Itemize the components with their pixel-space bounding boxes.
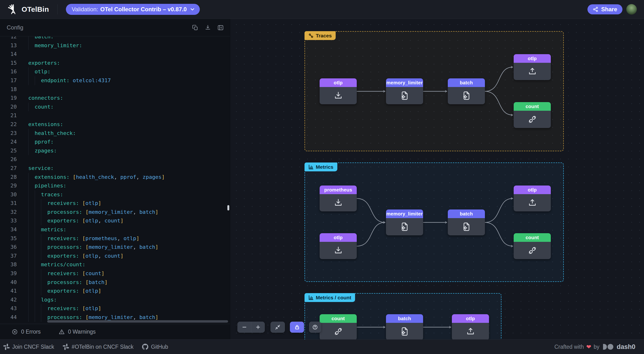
slack-icon [3, 344, 10, 350]
code-line: 25 zpages: [0, 146, 230, 155]
zoom-in-button[interactable] [251, 322, 265, 333]
node-processor-batch[interactable]: batch [448, 78, 485, 104]
github-link[interactable]: GitHub [142, 344, 168, 350]
code-line: 20 count: [0, 103, 230, 111]
app-name: OTelBin [22, 5, 49, 14]
upload-icon [514, 194, 551, 211]
collapse-panel-button[interactable] [217, 25, 224, 31]
node-connector-count[interactable]: count [514, 233, 551, 259]
zoom-out-button[interactable] [238, 322, 251, 333]
help-button[interactable] [309, 322, 321, 333]
topbar: OTelBin Validation: OTel Collector Contr… [0, 0, 644, 19]
code-line: 15exporters: [0, 59, 230, 68]
heart-icon: ❤ [586, 343, 591, 350]
editor-horizontal-scrollbar[interactable] [47, 320, 228, 322]
warnings-status: 0 Warnings [58, 328, 96, 335]
code-line: 16 otlp: [0, 67, 230, 76]
editor-vertical-scrollbar[interactable] [227, 205, 229, 210]
copy-config-button[interactable] [192, 25, 198, 31]
code-line: 39 receivers: [count] [0, 269, 230, 278]
code-line: 33 exporters: [otlp, count] [0, 216, 230, 225]
pipeline-group-metrics[interactable]: Metrics [304, 163, 564, 282]
download-icon [320, 87, 357, 104]
node-label: prometheus [320, 186, 357, 194]
node-label: batch [448, 209, 485, 218]
download-icon [320, 242, 357, 259]
node-label: memory_limiter [386, 78, 423, 87]
topbar-divider [58, 4, 58, 14]
lock-button[interactable] [290, 322, 304, 333]
code-line: 40 processors: [batch] [0, 278, 230, 287]
node-label: batch [386, 314, 423, 323]
download-config-button[interactable] [204, 25, 211, 31]
code-line: 43 receivers: [otlp] [0, 304, 230, 313]
node-label: otlp [514, 186, 551, 194]
code-line: 31 receivers: [otlp] [0, 199, 230, 208]
footer: Join CNCF Slack #OTelBin on CNCF Slack G… [0, 339, 644, 354]
node-label: count [320, 314, 357, 323]
plus-icon [255, 324, 261, 330]
group-badge-metrics-count: Metrics / count [304, 293, 355, 302]
code-line: 29 pipelines: [0, 181, 230, 190]
group-label: Traces [316, 33, 332, 39]
code-editor[interactable]: 12 batch:13 memory_limiter:1415exporters… [0, 37, 230, 324]
node-connector-count[interactable]: count [514, 102, 551, 128]
trace-link-icon [308, 33, 314, 38]
editor-header: Config [0, 19, 230, 37]
error-icon [12, 328, 18, 335]
minus-icon [242, 324, 247, 330]
plug-icon [514, 242, 551, 259]
file-gear-icon [448, 218, 485, 235]
fit-view-button[interactable] [270, 322, 285, 333]
avatar[interactable] [626, 4, 637, 15]
code-line: 17 endpoint: otelcol:4317 [0, 76, 230, 85]
share-label: Share [601, 6, 617, 13]
warning-icon [58, 328, 65, 335]
code-line: 21 [0, 111, 230, 120]
node-label: batch [448, 78, 485, 87]
otelbin-slack-link[interactable]: #OTelBin on CNCF Slack [63, 344, 134, 350]
code-line: 14 [0, 50, 230, 59]
code-line: 19connectors: [0, 94, 230, 103]
code-line: 30 traces: [0, 190, 230, 199]
editor-title: Config [7, 24, 23, 31]
node-receiver-otlp[interactable]: otlp [320, 78, 357, 104]
flow-canvas[interactable]: TracesMetricsMetrics / countotlpmemory_l… [230, 19, 644, 339]
file-gear-icon [386, 218, 423, 235]
node-exporter-otlp[interactable]: otlp [514, 186, 551, 211]
node-label: otlp [452, 314, 489, 323]
node-processor-batch[interactable]: batch [386, 314, 423, 339]
node-label: count [514, 233, 551, 242]
code-line: 37 exporters: [otlp, count] [0, 252, 230, 260]
code-line: 22extensions: [0, 120, 230, 129]
node-receiver-prometheus[interactable]: prometheus [320, 186, 357, 211]
node-label: otlp [320, 233, 357, 242]
download-icon [320, 194, 357, 211]
code-line: 13 memory_limiter: [0, 41, 230, 50]
node-receiver-otlp[interactable]: otlp [320, 233, 357, 259]
file-gear-icon [448, 87, 485, 104]
bar-chart-icon [308, 295, 314, 300]
code-line: 35 receivers: [prometheus, otlp] [0, 234, 230, 243]
node-processor-memory_limiter[interactable]: memory_limiter [386, 78, 423, 104]
code-line: 12 batch: [0, 37, 230, 41]
fit-view-icon [275, 324, 280, 330]
share-button[interactable]: Share [588, 4, 622, 14]
crafted-by: Crafted with ❤ by dash0 [554, 343, 636, 351]
node-label: count [514, 102, 551, 111]
code-line: 28 extensions: [health_check, pprof, zpa… [0, 173, 230, 182]
node-processor-memory_limiter[interactable]: memory_limiter [386, 209, 423, 235]
validation-dropdown[interactable]: Validation: OTel Collector Contrib – v0.… [66, 4, 200, 15]
node-connector-count[interactable]: count [320, 314, 357, 339]
node-exporter-otlp[interactable]: otlp [514, 54, 551, 80]
node-processor-batch[interactable]: batch [448, 209, 485, 235]
join-cncf-slack-link[interactable]: Join CNCF Slack [3, 344, 54, 350]
node-label: otlp [320, 78, 357, 87]
plug-icon [514, 111, 551, 128]
node-exporter-otlp[interactable]: otlp [452, 314, 489, 339]
share-icon [593, 7, 598, 12]
code-line: 42 logs: [0, 295, 230, 304]
plug-icon [320, 323, 357, 339]
node-label: otlp [514, 54, 551, 63]
config-editor-panel: Config 12 batch:13 memo [0, 19, 230, 339]
